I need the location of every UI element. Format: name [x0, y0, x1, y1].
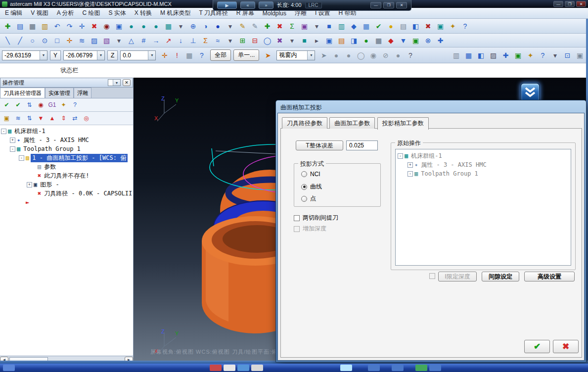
toolbar-icon[interactable]: ◑	[199, 20, 212, 32]
operations-toolbar-icon[interactable]: ✦	[58, 100, 69, 110]
tab-art-manager[interactable]: 浮雕	[74, 88, 91, 98]
advanced-settings-button[interactable]: 高级设置	[524, 272, 575, 281]
operations-toolbar-icon[interactable]: ◎	[81, 113, 91, 123]
toolbar-icon[interactable]: Σ	[199, 35, 212, 46]
tree-item[interactable]: + ✦ 属性 - 3 - AXIS HMC	[0, 136, 133, 144]
toolbar-icon[interactable]: ▾	[286, 35, 298, 46]
snap-settings-icon[interactable]: ●	[330, 49, 342, 61]
toolbar-icon[interactable]: ⊥	[187, 35, 199, 46]
tab-toolpath-parameters[interactable]: 刀具路径参数	[282, 117, 327, 129]
y-coordinate-input[interactable]: -26.06799▼	[63, 50, 105, 60]
coordbar-icon[interactable]: ▾	[549, 49, 561, 61]
coordbar-icon[interactable]: ▦	[462, 49, 475, 61]
taskbar-item[interactable]	[340, 365, 352, 371]
menu-item[interactable]: X 转换	[135, 9, 152, 17]
toolbar-icon[interactable]: ✎	[249, 20, 261, 32]
chevron-down-icon[interactable]: ▼	[148, 51, 155, 60]
coordbar-icon[interactable]: ▥	[450, 49, 462, 61]
limit-depth-checkbox[interactable]	[429, 273, 435, 279]
toolbar-icon[interactable]: ▧	[100, 35, 113, 46]
tab-solids-manager[interactable]: 实体管理	[45, 88, 74, 98]
radio-circle-icon[interactable]	[301, 196, 307, 202]
toolbar-icon[interactable]: ✚	[434, 35, 447, 46]
menu-item[interactable]: C 绘图	[82, 9, 100, 17]
toolbar-icon[interactable]: ✖	[273, 20, 286, 32]
checkbox-icon[interactable]	[294, 215, 300, 221]
taskbar-item[interactable]	[224, 365, 235, 371]
operations-toolbar-icon[interactable]: ✔	[1, 100, 12, 110]
tree-item[interactable]: - ▦ 机床群组-1	[0, 127, 133, 136]
chevron-down-icon[interactable]: ▼	[40, 51, 47, 60]
toolbar-icon[interactable]: ↶	[51, 20, 63, 32]
taskbar-item[interactable]	[237, 365, 249, 371]
tree-expander-icon[interactable]: +	[27, 182, 32, 187]
toolbar-icon[interactable]: ▤	[397, 20, 409, 32]
snap-settings-icon[interactable]: ➤	[317, 49, 330, 61]
add-depth-checkbox[interactable]: 增加深度	[294, 225, 326, 233]
panel-dropdown[interactable]: ▼	[108, 79, 121, 86]
toolbar-icon[interactable]: ▦	[372, 35, 385, 46]
taskbar-item[interactable]	[429, 365, 441, 371]
retract-between-cuts-checkbox[interactable]: 两切削间提刀	[294, 214, 338, 222]
toolbar-icon[interactable]: ●	[212, 20, 224, 32]
toolbar-icon[interactable]: ▣	[323, 35, 335, 46]
coordbar-icon[interactable]: ✚	[499, 49, 512, 61]
operations-toolbar-icon[interactable]: ⇕	[58, 113, 69, 123]
gap-settings-button[interactable]: 间隙设定	[482, 272, 519, 281]
view-filter-select[interactable]: 视窗内▼	[276, 50, 315, 60]
ok-button[interactable]: ✔	[524, 340, 550, 353]
tree-item[interactable]: ✖ 刀具路径 - 0.0K - CAPSOLII	[0, 189, 133, 198]
tree-item[interactable]: + ✦ 属性 - 3 - AXIS HMC	[397, 160, 570, 169]
toolbar-icon[interactable]: ◆	[348, 20, 360, 32]
panel-close-button[interactable]: ✕	[123, 79, 131, 86]
operations-toolbar-icon[interactable]: ⇅	[24, 100, 35, 110]
tab-project-finish-parameters[interactable]: 投影精加工参数	[377, 117, 429, 130]
toolbar-icon[interactable]: ↷	[63, 20, 76, 32]
taskbar-item[interactable]	[415, 365, 427, 371]
total-tolerance-button[interactable]: T整体误差	[296, 140, 343, 150]
total-tolerance-input[interactable]: 0.025	[346, 140, 378, 150]
taskbar-item[interactable]	[368, 365, 380, 371]
toolbar-icon[interactable]: ▥	[39, 20, 51, 32]
snap-settings-icon[interactable]: ●	[392, 49, 404, 61]
toolbar-icon[interactable]: ▾	[311, 20, 323, 32]
coordbar-icon[interactable]: ?	[537, 49, 549, 61]
toolbar-icon[interactable]: ⊞	[236, 35, 249, 46]
tab-toolpath-manager[interactable]: 刀具路径管理器	[0, 88, 45, 98]
toolbar-icon[interactable]: ⊙	[39, 35, 51, 46]
coordbar-icon[interactable]: ?	[195, 49, 208, 61]
toolbar-icon[interactable]: ▦	[162, 20, 175, 32]
toolbar-icon[interactable]: ◧	[409, 20, 422, 32]
toolbar-icon[interactable]: ●	[137, 20, 150, 32]
toolbar-icon[interactable]: ⊗	[422, 35, 434, 46]
radio-curve[interactable]: 曲线	[301, 183, 322, 191]
toolbar-icon[interactable]: ▤	[335, 35, 348, 46]
toolbar-icon[interactable]: ▣	[409, 35, 422, 46]
toolbar-icon[interactable]: ✦	[447, 20, 459, 32]
toolbar-icon[interactable]: ≈	[212, 35, 224, 46]
operations-toolbar-icon[interactable]: ⇅	[24, 113, 35, 123]
toolbar-icon[interactable]: ✖	[273, 35, 286, 46]
taskbar-item[interactable]	[3, 365, 15, 371]
toolbar-icon[interactable]: ■	[298, 35, 311, 46]
media-minimize-button[interactable]: —	[370, 2, 381, 8]
toolbar-icon[interactable]: ▣	[434, 20, 447, 32]
toolbar-icon[interactable]: ▤	[14, 20, 26, 32]
chevron-down-icon[interactable]: ▼	[113, 80, 120, 86]
source-operations-list[interactable]: - ▦ 机床群组-1 + ✦ 属性 - 3 - AXIS HMC	[395, 149, 571, 266]
menu-item[interactable]: E 编辑	[5, 9, 22, 17]
menu-item[interactable]: M 机床类型	[160, 9, 190, 17]
toolbar-icon[interactable]: ⊟	[249, 35, 261, 46]
tree-item[interactable]: - ▦ Toolpath Group 1	[0, 144, 133, 153]
play-icon[interactable]: ▶	[217, 1, 237, 9]
tab-surface-parameters[interactable]: 曲面加工参数	[329, 117, 375, 129]
toolbar-icon[interactable]: ▾	[113, 35, 125, 46]
toolbar-icon[interactable]: ■	[323, 20, 335, 32]
cancel-button[interactable]: ✖	[553, 340, 579, 353]
snap-settings-icon[interactable]: ◉	[367, 49, 379, 61]
toolbar-icon[interactable]: ▾	[224, 20, 236, 32]
snap-settings-icon[interactable]: ●	[342, 49, 355, 61]
taskbar-item[interactable]	[251, 365, 263, 371]
media-close-button[interactable]: ✕	[396, 2, 407, 8]
toolbar-icon[interactable]: ✚	[1, 20, 14, 32]
